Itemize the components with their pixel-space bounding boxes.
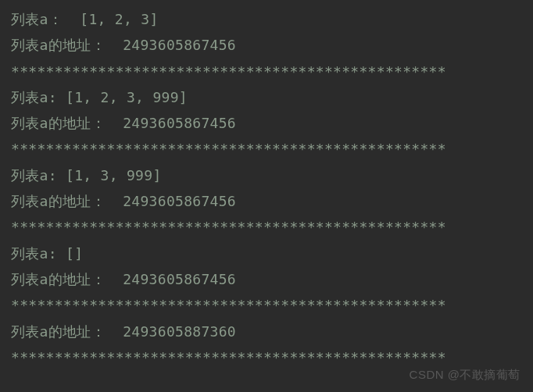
output-line: 列表a： [1, 2, 3]: [11, 6, 522, 32]
separator-line: ****************************************…: [11, 59, 522, 84]
output-line: 列表a的地址： 2493605867456: [11, 188, 522, 214]
output-line: 列表a: []: [11, 241, 522, 266]
output-line: 列表a: [1, 2, 3, 999]: [11, 84, 522, 110]
output-line: 列表a的地址： 2493605867456: [11, 32, 522, 58]
separator-line: ****************************************…: [11, 136, 522, 162]
separator-line: ****************************************…: [11, 214, 522, 240]
console-output: 列表a： [1, 2, 3] 列表a的地址： 2493605867456 ***…: [11, 6, 522, 370]
output-line: 列表a的地址： 2493605867456: [11, 266, 522, 292]
watermark-text: CSDN @不敢摘葡萄: [410, 364, 520, 386]
output-line: 列表a: [1, 3, 999]: [11, 162, 522, 188]
separator-line: ****************************************…: [11, 292, 522, 318]
output-line: 列表a的地址： 2493605887360: [11, 319, 522, 344]
output-line: 列表a的地址： 2493605867456: [11, 110, 522, 136]
